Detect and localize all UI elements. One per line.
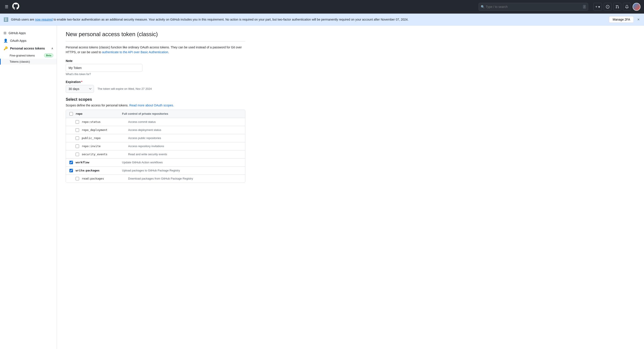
person-icon: 👤 — [4, 38, 8, 43]
banner-close-button[interactable]: × — [636, 16, 640, 23]
scope-row-workflow: workflow Update GitHub Action workflows — [66, 159, 245, 167]
beta-badge: Beta — [44, 53, 53, 57]
banner-text: GitHub users are now required to enable … — [11, 18, 606, 21]
scope-name-repo-invite[interactable]: repo:invite — [82, 144, 126, 148]
issues-button[interactable] — [604, 3, 612, 11]
scopes-link[interactable]: Read more about OAuth scopes. — [129, 104, 174, 107]
pull-requests-button[interactable] — [613, 3, 621, 11]
scope-row-repo: repo Full control of private repositorie… — [66, 110, 245, 118]
nav-actions: + ▾ — [594, 3, 640, 11]
sidebar-item-oauth-apps[interactable]: 👤 OAuth Apps — [0, 37, 57, 44]
scope-checkbox-repo-status[interactable] — [76, 120, 79, 124]
scope-checkbox-read-packages[interactable] — [76, 177, 79, 180]
api-auth-link[interactable]: authenticate to the API over Basic Authe… — [102, 50, 168, 54]
scope-desc-security-events: Read and write security events — [128, 153, 242, 156]
scope-row-repo-status: repo:status Access commit status — [66, 118, 245, 126]
banner-link[interactable]: now required — [35, 18, 53, 21]
note-form-group: Note What's this token for? — [66, 59, 245, 76]
note-hint: What's this token for? — [66, 73, 245, 76]
scope-checkbox-repo-deployment[interactable] — [76, 128, 79, 132]
sidebar-item-tokens-classic[interactable]: Tokens (classic) — [0, 59, 57, 65]
scope-checkbox-repo-invite[interactable] — [76, 144, 79, 148]
scope-checkbox-public-repo[interactable] — [76, 136, 79, 140]
sidebar-item-personal-tokens-label: Personal access tokens — [10, 47, 45, 50]
sidebar-item-fine-grained[interactable]: Fine-grained tokens Beta — [0, 52, 57, 59]
scope-desc-public-repo: Access public repositories — [128, 136, 242, 140]
required-star: * — [81, 80, 82, 84]
main-content: New personal access token (classic) Pers… — [57, 26, 254, 349]
scopes-desc: Scopes define the access for personal to… — [66, 104, 245, 107]
plus-icon: + — [595, 5, 597, 9]
2fa-banner: ℹ️ GitHub users are now required to enab… — [0, 13, 644, 26]
scope-desc-write-packages: Upload packages to GitHub Package Regist… — [122, 169, 242, 172]
scope-desc-repo-invite: Access repository invitations — [128, 144, 242, 148]
scope-name-repo-status[interactable]: repo:status — [82, 120, 126, 123]
search-icon: 🔍 — [481, 5, 484, 8]
key-icon: 🔑 — [4, 46, 8, 50]
sidebar-item-oauth-apps-label: OAuth Apps — [10, 39, 26, 42]
manage-2fa-button[interactable]: Manage 2FA — [609, 16, 634, 23]
scope-desc-repo: Full control of private repositories — [122, 112, 242, 115]
scope-row-repo-deployment: repo_deployment Access deployment status — [66, 126, 245, 134]
expiration-select[interactable]: 30 days 7 days 60 days 90 days Custom No… — [66, 85, 94, 93]
divider — [66, 41, 245, 41]
expiration-label: Expiration* — [66, 80, 245, 84]
scope-desc-repo-status: Access commit status — [128, 120, 242, 123]
sidebar-item-github-apps[interactable]: ⊞ GitHub Apps — [0, 29, 57, 37]
sidebar-item-fine-grained-label: Fine-grained tokens — [10, 54, 35, 57]
expiration-note: The token will expire on Wed, Nov 27 202… — [98, 87, 152, 90]
avatar[interactable] — [632, 3, 640, 11]
scope-checkbox-security-events[interactable] — [76, 153, 79, 156]
scope-name-repo-deployment[interactable]: repo_deployment — [82, 128, 126, 132]
scope-name-read-packages[interactable]: read:packages — [82, 177, 126, 180]
scope-name-write-packages[interactable]: write:packages — [76, 169, 120, 172]
scope-row-repo-invite: repo:invite Access repository invitation… — [66, 142, 245, 150]
search-input[interactable] — [478, 3, 588, 11]
scope-row-read-packages: read:packages Download packages from Git… — [66, 175, 245, 183]
scope-checkbox-repo[interactable] — [70, 112, 73, 116]
page-layout: ⊞ GitHub Apps 👤 OAuth Apps 🔑 Personal ac… — [0, 26, 644, 349]
scope-row-write-packages: write:packages Upload packages to GitHub… — [66, 167, 245, 175]
sidebar-item-tokens-classic-label: Tokens (classic) — [10, 60, 30, 63]
scope-checkbox-write-packages[interactable] — [70, 169, 73, 172]
scope-name-workflow[interactable]: workflow — [76, 161, 120, 164]
new-item-button[interactable]: + ▾ — [594, 3, 602, 11]
scopes-form-group: Select scopes Scopes define the access f… — [66, 97, 245, 183]
grid-icon: ⊞ — [4, 31, 6, 35]
notifications-button[interactable] — [623, 3, 631, 11]
scope-name-public-repo[interactable]: public_repo — [82, 136, 126, 140]
github-logo — [12, 3, 19, 11]
scope-desc-workflow: Update GitHub Action workflows — [122, 161, 242, 164]
sidebar-item-personal-tokens[interactable]: 🔑 Personal access tokens ∧ — [0, 44, 57, 52]
sidebar-item-github-apps-label: GitHub Apps — [8, 31, 26, 35]
search-container: 🔍 / — [478, 3, 588, 11]
scopes-table: repo Full control of private repositorie… — [66, 110, 245, 183]
page-title: New personal access token (classic) — [66, 31, 245, 38]
expiration-row: 30 days 7 days 60 days 90 days Custom No… — [66, 85, 245, 93]
info-icon: ℹ️ — [4, 17, 8, 22]
caret-icon: ▾ — [598, 5, 600, 9]
sidebar: ⊞ GitHub Apps 👤 OAuth Apps 🔑 Personal ac… — [0, 26, 57, 349]
scope-row-public-repo: public_repo Access public repositories — [66, 134, 245, 142]
chevron-up-icon: ∧ — [51, 47, 53, 50]
scopes-title: Select scopes — [66, 97, 245, 102]
scope-desc-repo-deployment: Access deployment status — [128, 128, 242, 132]
expiration-form-group: Expiration* 30 days 7 days 60 days 90 da… — [66, 80, 245, 93]
scope-name-repo[interactable]: repo — [76, 112, 120, 115]
scope-name-security-events[interactable]: security_events — [82, 153, 126, 156]
note-input[interactable] — [66, 64, 142, 72]
hamburger-menu[interactable]: ☰ — [4, 3, 10, 10]
scope-desc-read-packages: Download packages from GitHub Package Re… — [128, 177, 242, 180]
note-label: Note — [66, 59, 245, 63]
top-navigation: ☰ 🔍 / + ▾ — [0, 0, 644, 13]
scope-checkbox-workflow[interactable] — [70, 161, 73, 164]
scope-row-security-events: security_events Read and write security … — [66, 150, 245, 159]
description-text: Personal access tokens (classic) functio… — [66, 45, 245, 55]
search-hint: / — [583, 5, 586, 9]
